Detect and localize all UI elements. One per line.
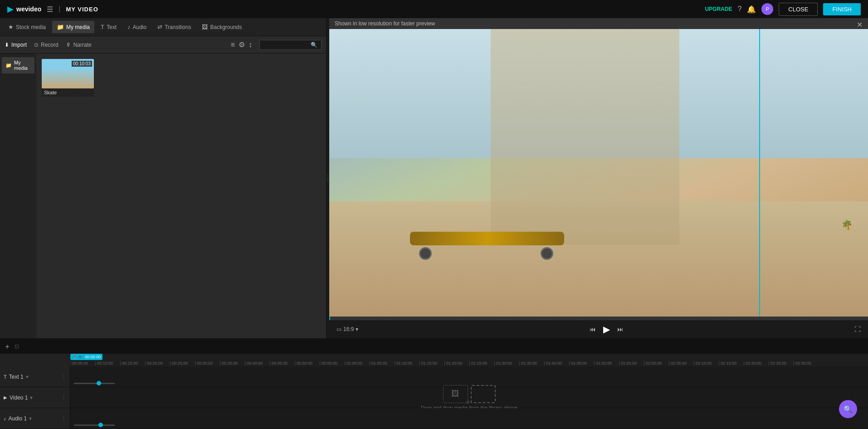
scrubber-position bbox=[329, 317, 330, 320]
ruler-mark-0: 00:05:00 bbox=[70, 361, 95, 366]
notifications-icon[interactable]: 🔔 bbox=[747, 5, 756, 14]
my-media-icon: 📁 bbox=[57, 24, 64, 30]
track-video1-content[interactable]: 🖼 ✛ Drag and drop media from the library… bbox=[70, 387, 868, 408]
track-video1-header: ▶ Video 1 ▾ ⋮ bbox=[0, 387, 70, 408]
audio1-slider[interactable] bbox=[74, 424, 115, 426]
skip-forward-button[interactable]: ⏭ bbox=[617, 326, 624, 333]
list-view-icon[interactable]: ≡ bbox=[231, 41, 235, 49]
ruler-mark-14: 01:15:00 bbox=[419, 361, 444, 366]
track-video1-arrow[interactable]: ▾ bbox=[30, 395, 33, 401]
preview-controls: ▭ 16:9 ▾ ⏮ ▶ ⏭ ⛶ bbox=[329, 320, 868, 338]
cursor-head: 📍 ✕ 00:00:00 bbox=[70, 354, 102, 360]
preview-video: 🌴 🌴 🌴 bbox=[329, 29, 868, 317]
ruler-mark-13: 01:10:00 bbox=[395, 361, 419, 366]
ratio-chevron-icon: ▾ bbox=[356, 326, 358, 332]
ruler-mark-5: 00:30:00 bbox=[195, 361, 220, 366]
ruler-mark-8: 00:45:00 bbox=[270, 361, 295, 366]
text1-slider-handle[interactable] bbox=[97, 381, 101, 385]
search-box[interactable]: 🔍 bbox=[259, 40, 322, 50]
preview-close-button[interactable]: ✕ bbox=[857, 20, 863, 29]
close-button[interactable]: CLOSE bbox=[779, 3, 818, 16]
ruler-mark-16: 01:25:00 bbox=[469, 361, 494, 366]
drop-target[interactable] bbox=[471, 385, 496, 403]
ruler-mark-29: 02:30:00 bbox=[794, 361, 819, 366]
media-thumb-img: 00:10:03 bbox=[42, 59, 94, 88]
ruler-mark-25: 02:10:00 bbox=[694, 361, 719, 366]
ruler-marks: 00:05:00 00:10:00 00:15:00 00:20:00 00:2… bbox=[70, 354, 868, 366]
tab-stock-media[interactable]: ★ Stock media bbox=[4, 21, 50, 33]
tab-transitions[interactable]: ⇄ Transitions bbox=[153, 21, 195, 33]
ruler-mark-18: 01:35:00 bbox=[519, 361, 544, 366]
media-duration: 00:10:03 bbox=[72, 61, 92, 67]
tab-audio[interactable]: ♪ Audio bbox=[123, 21, 151, 33]
play-button[interactable]: ▶ bbox=[603, 324, 610, 335]
preview-banner: Shown in low resolution for faster previ… bbox=[329, 18, 868, 29]
upgrade-button[interactable]: UPGRADE bbox=[705, 6, 732, 12]
search-input[interactable] bbox=[263, 42, 309, 48]
audio1-slider-handle[interactable] bbox=[98, 423, 103, 427]
text1-slider[interactable] bbox=[74, 383, 115, 384]
skip-back-button[interactable]: ⏮ bbox=[590, 326, 596, 333]
tab-text[interactable]: T Text bbox=[96, 21, 121, 33]
logo-icon: ▶ bbox=[7, 4, 14, 14]
help-icon[interactable]: ? bbox=[737, 5, 741, 13]
aspect-ratio-button[interactable]: ▭ 16:9 ▾ bbox=[336, 326, 358, 332]
narrate-button[interactable]: 🎙 Narrate bbox=[66, 42, 92, 48]
avatar[interactable]: P bbox=[761, 3, 773, 15]
transitions-icon: ⇄ bbox=[157, 24, 162, 30]
ruler-mark-3: 00:20:00 bbox=[145, 361, 170, 366]
cursor-time: 00:00:00 bbox=[85, 355, 101, 359]
media-item-skate[interactable]: 00:10:03 Skate bbox=[42, 59, 94, 97]
ruler-mark-24: 02:05:00 bbox=[669, 361, 694, 366]
ruler-mark-23: 02:00:00 bbox=[644, 361, 669, 366]
sidebar-nav: 📁 My media bbox=[0, 54, 36, 338]
ruler-mark-26: 02:15:00 bbox=[719, 361, 744, 366]
cursor-delete-icon[interactable]: ✕ bbox=[78, 355, 82, 359]
drop-text bbox=[471, 385, 496, 403]
timeline-add-track-button[interactable]: ＋ bbox=[4, 342, 11, 351]
hamburger-menu[interactable]: ☰ bbox=[47, 5, 53, 14]
ruler-mark-1: 00:10:00 bbox=[95, 361, 120, 366]
track-audio1-content[interactable] bbox=[70, 408, 868, 429]
track-video1-icon: ▶ bbox=[4, 395, 7, 400]
track-audio1-arrow[interactable]: ▾ bbox=[29, 415, 32, 422]
ruler-mark-9: 00:50:00 bbox=[295, 361, 320, 366]
drop-move-icon: ✛ bbox=[466, 399, 470, 405]
tabs-bar: ★ Stock media 📁 My media T Text ♪ Audio … bbox=[0, 18, 326, 36]
playback-controls: ⏮ ▶ ⏭ bbox=[590, 324, 624, 335]
track-audio1-controls: ⋮ bbox=[61, 415, 66, 421]
scrubber-bar[interactable] bbox=[329, 317, 868, 320]
track-text1-content[interactable] bbox=[70, 366, 868, 387]
import-button[interactable]: ⬇ Import bbox=[5, 42, 27, 48]
sidebar-folder-icon: 📁 bbox=[5, 63, 12, 68]
ruler-mark-21: 01:50:00 bbox=[594, 361, 619, 366]
aspect-ratio-label: 16:9 bbox=[343, 326, 354, 332]
video-drop-zone: 🖼 ✛ Drag and drop media from the library… bbox=[70, 387, 868, 408]
track-audio1-menu[interactable]: ⋮ bbox=[61, 415, 66, 421]
track-text1-menu[interactable]: ⋮ bbox=[61, 374, 66, 380]
import-icon: ⬇ bbox=[5, 42, 9, 48]
help-chat-button[interactable]: 🔍 bbox=[839, 400, 857, 418]
ruler-mark-27: 02:20:00 bbox=[744, 361, 769, 366]
fullscreen-button[interactable]: ⛶ bbox=[854, 326, 861, 333]
track-video1-menu[interactable]: ⋮ bbox=[61, 395, 66, 400]
sidebar-item-my-media[interactable]: 📁 My media bbox=[2, 57, 34, 73]
sort-icon[interactable]: ↕ bbox=[249, 41, 252, 49]
media-label: Skate bbox=[42, 88, 94, 97]
tab-backgrounds[interactable]: 🖼 Backgrounds bbox=[197, 21, 246, 33]
ruler-spacer bbox=[0, 354, 70, 366]
filter-icon[interactable]: ⚙ bbox=[239, 40, 245, 49]
track-text1-icon: T bbox=[4, 374, 7, 380]
track-text1-arrow[interactable]: ▾ bbox=[26, 374, 29, 380]
track-text1-controls: ⋮ bbox=[61, 374, 66, 380]
import-label: Import bbox=[11, 42, 27, 48]
ruler-mark-28: 02:25:00 bbox=[769, 361, 794, 366]
timeline-fit-icon[interactable]: ⊡ bbox=[15, 343, 19, 350]
media-content: 00:10:03 Skate bbox=[36, 54, 326, 338]
audio1-volume bbox=[74, 424, 115, 426]
record-button[interactable]: ⊙ Record bbox=[34, 42, 59, 48]
tab-my-media[interactable]: 📁 My media bbox=[52, 21, 94, 33]
left-panel: ★ Stock media 📁 My media T Text ♪ Audio … bbox=[0, 18, 327, 338]
search-icon: 🔍 bbox=[311, 42, 317, 48]
finish-button[interactable]: FINISH bbox=[823, 3, 861, 15]
